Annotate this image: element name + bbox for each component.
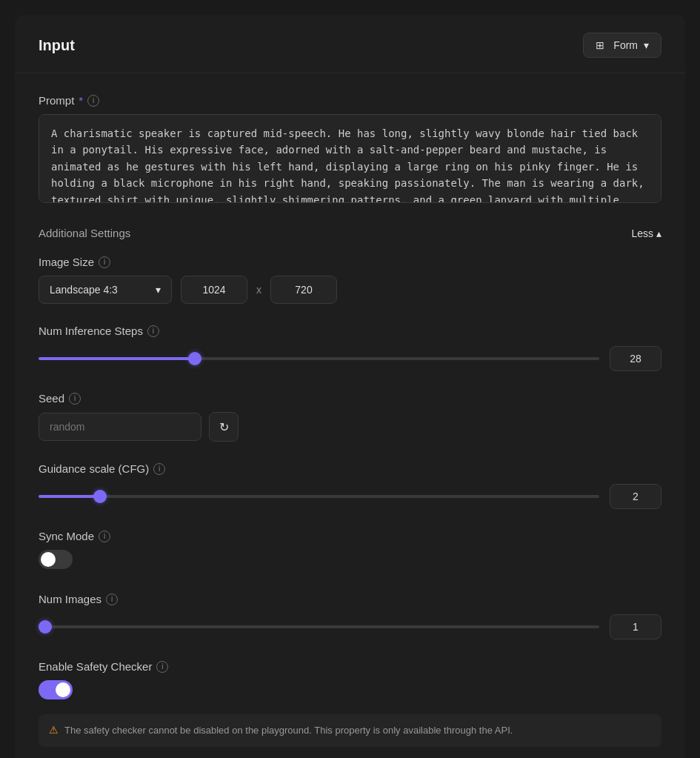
prompt-group: Prompt* i A charismatic speaker is captu…	[39, 94, 661, 206]
additional-settings-header: Additional Settings Less ▴	[39, 227, 661, 239]
num-inference-steps-label: Num Inference Steps i	[39, 325, 661, 337]
width-input[interactable]	[181, 276, 247, 304]
image-size-info-icon[interactable]: i	[99, 256, 110, 268]
guidance-scale-slider[interactable]	[39, 495, 599, 498]
chevron-up-icon: ▴	[656, 227, 661, 239]
guidance-scale-info-icon[interactable]: i	[153, 463, 165, 475]
seed-info-icon[interactable]: i	[69, 393, 81, 405]
page-title: Input	[39, 37, 75, 54]
image-size-dropdown[interactable]: Landscape 4:3 ▾	[39, 276, 172, 304]
sync-mode-toggle-knob	[41, 552, 56, 567]
guidance-scale-group: Guidance scale (CFG) i 2	[39, 462, 661, 509]
image-size-row: Landscape 4:3 ▾ x	[39, 276, 661, 304]
prompt-label: Prompt* i	[39, 94, 661, 107]
height-input[interactable]	[270, 276, 337, 304]
seed-label: Seed i	[39, 392, 661, 405]
prompt-info-icon[interactable]: i	[87, 95, 99, 107]
sync-mode-info-icon[interactable]: i	[99, 531, 110, 542]
num-images-group: Num Images i 1	[39, 593, 661, 639]
sync-mode-label: Sync Mode i	[39, 530, 661, 542]
chevron-down-icon: ▾	[644, 39, 649, 51]
image-size-label: Image Size i	[39, 256, 661, 268]
inference-steps-slider[interactable]	[39, 357, 599, 360]
seed-group: Seed i ↻	[39, 392, 661, 442]
num-images-info-icon[interactable]: i	[106, 594, 118, 605]
size-separator: x	[256, 284, 261, 296]
safety-checker-toggle[interactable]	[39, 680, 73, 699]
form-button[interactable]: ⊞ Form ▾	[583, 33, 661, 58]
sync-mode-toggle-container	[39, 550, 661, 572]
guidance-scale-value: 2	[610, 484, 661, 509]
safety-checker-toggle-container	[39, 680, 661, 702]
inference-steps-slider-row: 28	[39, 346, 661, 371]
safety-checker-info-icon[interactable]: i	[156, 661, 168, 673]
num-images-slider[interactable]	[39, 625, 599, 628]
guidance-scale-slider-container	[39, 489, 599, 504]
dropdown-chevron-icon: ▾	[156, 284, 161, 296]
num-images-slider-container	[39, 619, 599, 634]
safety-warning-row: ⚠ The safety checker cannot be disabled …	[39, 714, 661, 747]
image-size-group: Image Size i Landscape 4:3 ▾ x	[39, 256, 661, 304]
prompt-textarea[interactable]: A charismatic speaker is captured mid-sp…	[39, 114, 661, 203]
sync-mode-toggle[interactable]	[39, 550, 73, 569]
safety-checker-label: Enable Safety Checker i	[39, 660, 661, 673]
sync-mode-group: Sync Mode i	[39, 530, 661, 572]
content-area: Prompt* i A charismatic speaker is captu…	[15, 73, 685, 758]
inference-steps-slider-container	[39, 351, 599, 366]
num-images-value: 1	[610, 614, 661, 639]
header: Input ⊞ Form ▾	[15, 15, 685, 73]
warning-icon: ⚠	[49, 724, 59, 736]
seed-row: ↻	[39, 412, 661, 442]
form-grid-icon: ⊞	[596, 39, 607, 51]
inference-steps-value: 28	[610, 346, 661, 371]
num-inference-steps-group: Num Inference Steps i 28	[39, 325, 661, 371]
guidance-scale-slider-row: 2	[39, 484, 661, 509]
less-button[interactable]: Less ▴	[631, 227, 661, 239]
main-container: Input ⊞ Form ▾ Prompt* i A charismatic s…	[15, 15, 685, 758]
seed-input[interactable]	[39, 413, 201, 441]
additional-settings-title: Additional Settings	[39, 227, 130, 239]
inference-steps-info-icon[interactable]: i	[147, 325, 159, 337]
seed-refresh-button[interactable]: ↻	[209, 412, 239, 442]
safety-checker-group: Enable Safety Checker i ⚠ The safety che…	[39, 660, 661, 747]
num-images-label: Num Images i	[39, 593, 661, 605]
guidance-scale-label: Guidance scale (CFG) i	[39, 462, 661, 475]
safety-warning-text: The safety checker cannot be disabled on…	[64, 723, 513, 738]
safety-checker-toggle-knob	[56, 682, 70, 697]
num-images-slider-row: 1	[39, 614, 661, 639]
